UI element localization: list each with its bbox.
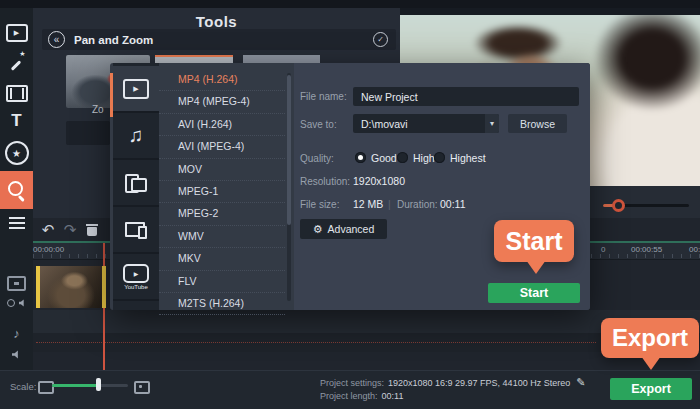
advanced-button[interactable]: ⚙ Advanced [300, 219, 387, 239]
selected-video-clip[interactable] [36, 266, 106, 308]
quality-radio-good[interactable] [355, 152, 366, 163]
video-clips-icon: ▶ [6, 24, 28, 42]
project-settings-label: Project settings: [320, 378, 384, 388]
project-length-value: 00:11 [382, 391, 404, 401]
size-duration-separator: | [388, 198, 391, 210]
tools-panel-title: Tools [33, 13, 400, 30]
project-length-row: Project length:00:11 [320, 389, 403, 403]
format-item[interactable]: AVI (MPEG-4) [159, 136, 285, 158]
export-dialog: ▶ ♫ ▶ YouTube MP4 (H.264)MP4 (MPEG-4)AVI… [110, 63, 590, 310]
youtube-label: YouTube [124, 284, 148, 290]
sidebar-item-wand[interactable] [0, 46, 33, 76]
export-callout-label: Export [612, 324, 688, 352]
collapse-back-icon[interactable]: « [48, 31, 65, 48]
audio-format-icon: ♫ [129, 124, 144, 147]
audio-mute-header[interactable] [0, 350, 33, 359]
category-video[interactable]: ▶ [113, 66, 159, 113]
titles-icon: T [11, 111, 21, 131]
scale-handle[interactable] [96, 378, 101, 391]
start-callout: Start [494, 220, 574, 262]
category-audio[interactable]: ♫ [113, 113, 159, 160]
ruler-label-end: 00:0 [689, 245, 700, 254]
audio-track-header[interactable]: ♪ [0, 326, 33, 341]
quality-radio-highest[interactable] [434, 152, 445, 163]
start-callout-tail [526, 260, 546, 274]
undo-button[interactable]: ↶ [38, 220, 58, 239]
zoom-thumb-label: Zo [92, 104, 104, 115]
export-callout-tail [641, 356, 661, 370]
video-track-lane [33, 310, 700, 333]
undo-icon: ↶ [42, 221, 55, 239]
format-list-scrollbar[interactable] [287, 73, 291, 301]
dropdown-arrow-icon[interactable]: ▾ [485, 114, 499, 133]
format-list: MP4 (H.264)MP4 (MPEG-4)AVI (H.264)AVI (M… [159, 69, 285, 304]
scale-fill [52, 384, 98, 387]
save-to-dropdown[interactable]: D:\movavi ▾ [353, 114, 499, 133]
sidebar-item-stickers[interactable]: ★ [0, 138, 33, 168]
sidebar-item-pan-zoom-active[interactable] [0, 171, 33, 209]
movavi-video-editor-window: ▶ T ★ ♪ Tools « Pan and Zoom ✓ Zo [0, 0, 700, 409]
sidebar-item-media[interactable]: ▶ [0, 18, 33, 48]
category-youtube[interactable]: ▶ YouTube [113, 254, 159, 301]
quality-option-highest[interactable]: Highest [450, 152, 486, 164]
zoom-out-icon[interactable] [38, 381, 54, 394]
tools-sidebar: ▶ T ★ ♪ [0, 8, 34, 370]
format-item[interactable]: MP4 (MPEG-4) [159, 91, 285, 113]
link-icon [7, 299, 15, 307]
format-item[interactable]: AVI (H.264) [159, 114, 285, 136]
pan-zoom-section-title: Pan and Zoom [74, 34, 153, 46]
scrollbar-thumb[interactable] [287, 75, 291, 225]
devices-icon [125, 174, 147, 192]
sidebar-item-clips[interactable] [0, 78, 33, 108]
youtube-icon: ▶ [123, 264, 149, 283]
save-to-value: D:\movavi [361, 118, 408, 130]
export-button[interactable]: Export [610, 378, 692, 400]
video-track-header[interactable] [0, 276, 33, 291]
format-category-column: ▶ ♫ ▶ YouTube [113, 63, 159, 310]
tv-icon [125, 221, 147, 239]
sidebar-item-more-tools[interactable] [0, 208, 33, 238]
category-tv[interactable] [113, 207, 159, 254]
format-item[interactable]: MPEG-1 [159, 181, 285, 203]
video-track-icon [7, 276, 26, 291]
category-devices[interactable] [113, 160, 159, 207]
delete-button[interactable] [82, 220, 102, 239]
pan-zoom-partial-button[interactable] [66, 121, 110, 145]
track-link-mute-header[interactable] [0, 299, 33, 307]
export-callout: Export [601, 318, 699, 358]
format-item[interactable]: FLV [159, 271, 285, 293]
format-item[interactable]: WMV [159, 226, 285, 248]
format-item[interactable]: MPEG-2 [159, 203, 285, 225]
redo-button[interactable]: ↷ [60, 220, 80, 239]
format-item[interactable]: MKV [159, 248, 285, 270]
project-length-label: Project length: [320, 391, 378, 401]
start-button[interactable]: Start [488, 283, 580, 303]
resolution-label: Resolution: [300, 176, 350, 187]
quality-option-high[interactable]: High [413, 152, 435, 164]
edit-pencil-icon[interactable]: ✎ [576, 376, 585, 388]
seek-handle[interactable] [612, 199, 625, 212]
zoom-in-icon[interactable] [134, 381, 150, 394]
format-item[interactable]: MOV [159, 159, 285, 181]
film-clip-icon [6, 85, 28, 102]
file-name-input[interactable]: New Project [353, 87, 579, 106]
quality-option-good[interactable]: Good [371, 152, 397, 164]
sidebar-item-titles[interactable]: T [0, 106, 33, 136]
ruler-label-zero: 0 [601, 245, 605, 254]
file-size-value: 12 MB [353, 198, 383, 210]
project-settings-value: 1920x1080 16:9 29.97 FPS, 44100 Hz Stere… [388, 378, 570, 388]
browse-button[interactable]: Browse [508, 114, 567, 133]
timeline-scale-slider[interactable] [52, 384, 128, 387]
music-note-icon: ♪ [13, 326, 20, 341]
duration-label: Duration: [397, 199, 438, 210]
start-callout-label: Start [506, 227, 563, 256]
quality-radio-high[interactable] [397, 152, 408, 163]
format-item[interactable]: M2TS (H.264) [159, 293, 285, 315]
format-item[interactable]: MP4 (H.264) [159, 69, 285, 91]
trash-icon [86, 223, 98, 237]
project-settings-row: Project settings:1920x1080 16:9 29.97 FP… [320, 375, 585, 390]
pan-zoom-section-header[interactable]: « Pan and Zoom ✓ [42, 29, 396, 50]
scale-label: Scale: [10, 381, 36, 392]
redo-icon: ↷ [64, 221, 77, 239]
apply-check-icon[interactable]: ✓ [373, 32, 388, 47]
